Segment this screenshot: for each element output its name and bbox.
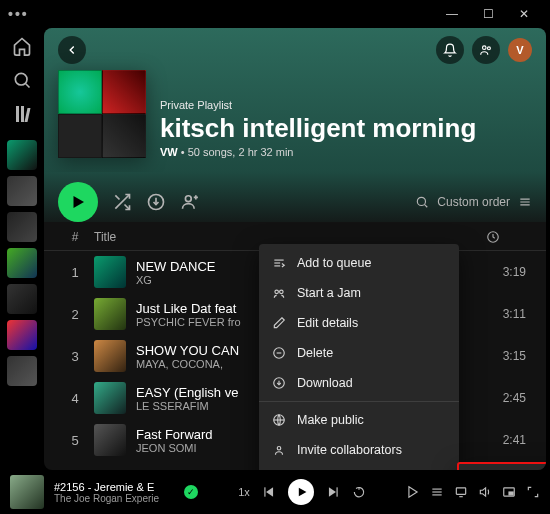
miniplayer-button[interactable] <box>502 485 516 499</box>
search-in-playlist-icon[interactable] <box>415 195 429 209</box>
volume-button[interactable] <box>478 485 492 499</box>
svg-rect-43 <box>509 492 513 495</box>
svg-line-1 <box>26 84 30 88</box>
track-duration: 3:19 <box>486 265 526 279</box>
speed-button[interactable]: 1x <box>238 486 250 498</box>
track-duration: 2:45 <box>486 391 526 405</box>
sidebar-playlist-thumbnails <box>7 140 37 386</box>
playlist-cover[interactable] <box>58 70 146 158</box>
svg-marker-35 <box>409 487 417 498</box>
playlist-owner[interactable]: VW <box>160 146 178 158</box>
sidebar-playlist-thumb[interactable] <box>7 248 37 278</box>
sidebar-playlist-thumb[interactable] <box>7 320 37 350</box>
menu-add-to-queue[interactable]: Add to queue <box>259 248 459 278</box>
clock-icon <box>486 230 500 244</box>
window-minimize-button[interactable]: — <box>434 7 470 21</box>
menu-invite-collaborators[interactable]: Invite collaborators <box>259 435 459 465</box>
invite-collaborators-button[interactable] <box>180 192 200 212</box>
shuffle-button[interactable] <box>112 192 132 212</box>
app-menu-button[interactable]: ••• <box>8 6 29 22</box>
fullscreen-button[interactable] <box>526 485 540 499</box>
window-close-button[interactable]: ✕ <box>506 7 542 21</box>
user-icon <box>271 442 287 458</box>
submenu-copy-link[interactable]: Copy link to playlist <box>458 466 546 470</box>
svg-point-17 <box>280 290 284 294</box>
next-button[interactable] <box>326 485 340 499</box>
added-check-icon[interactable]: ✓ <box>184 485 198 499</box>
svg-rect-39 <box>456 488 465 494</box>
column-index: # <box>64 230 86 244</box>
svg-point-7 <box>418 197 426 205</box>
lyrics-button[interactable] <box>406 485 420 499</box>
now-playing-subtitle[interactable]: The Joe Rogan Experie <box>54 493 174 504</box>
notifications-button[interactable] <box>436 36 464 64</box>
track-art <box>94 298 126 330</box>
playlist-title[interactable]: kitsch intelligent morning <box>160 115 476 142</box>
sidebar-playlist-thumb[interactable] <box>7 284 37 314</box>
svg-rect-34 <box>336 487 337 496</box>
svg-point-2 <box>483 46 487 50</box>
sidebar-playlist-thumb[interactable] <box>7 176 37 206</box>
devices-button[interactable] <box>454 485 468 499</box>
search-icon[interactable] <box>10 68 34 92</box>
now-playing-title[interactable]: #2156 - Jeremie & E <box>54 481 174 493</box>
download-button[interactable] <box>146 192 166 212</box>
sidebar <box>0 28 44 470</box>
minus-circle-icon <box>271 345 287 361</box>
svg-marker-29 <box>266 487 273 496</box>
back-button[interactable] <box>58 36 86 64</box>
column-title[interactable]: Title <box>86 230 336 244</box>
prev-button[interactable] <box>262 485 276 499</box>
share-submenu: Copy link to playlist Embed playlist <box>458 463 546 470</box>
svg-point-3 <box>487 47 490 50</box>
list-view-icon[interactable] <box>518 195 532 209</box>
track-duration: 3:15 <box>486 349 526 363</box>
queue-button[interactable] <box>430 485 444 499</box>
svg-line-8 <box>425 205 428 208</box>
window-titlebar: ••• — ☐ ✕ <box>0 0 550 28</box>
column-duration[interactable] <box>486 230 526 244</box>
svg-rect-30 <box>264 487 265 496</box>
track-duration: 3:11 <box>486 307 526 321</box>
menu-make-public[interactable]: Make public <box>259 405 459 435</box>
library-icon[interactable] <box>10 102 34 126</box>
skip-forward-button[interactable] <box>352 485 366 499</box>
sidebar-playlist-thumb[interactable] <box>7 212 37 242</box>
play-pause-button[interactable] <box>288 479 314 505</box>
svg-point-6 <box>185 196 191 202</box>
sort-order[interactable]: Custom order <box>415 195 532 209</box>
menu-delete[interactable]: Delete <box>259 338 459 368</box>
sidebar-playlist-thumb[interactable] <box>7 140 37 170</box>
menu-download[interactable]: Download <box>259 368 459 398</box>
friends-button[interactable] <box>472 36 500 64</box>
user-avatar[interactable]: V <box>508 38 532 62</box>
globe-icon <box>271 412 287 428</box>
playlist-type-label: Private Playlist <box>160 99 476 111</box>
jam-icon <box>271 285 287 301</box>
svg-marker-41 <box>480 488 485 496</box>
track-duration: 2:41 <box>486 433 526 447</box>
now-playing-bar: #2156 - Jeremie & E The Joe Rogan Experi… <box>0 470 550 514</box>
playlist-header: V Private Playlist kitsch intelligent mo… <box>44 28 546 172</box>
sort-order-label: Custom order <box>437 195 510 209</box>
main-panel: V Private Playlist kitsch intelligent mo… <box>44 28 546 470</box>
context-menu: Add to queue Start a Jam Edit details De… <box>259 244 459 470</box>
track-art <box>94 424 126 456</box>
menu-start-jam[interactable]: Start a Jam <box>259 278 459 308</box>
svg-marker-33 <box>329 487 336 496</box>
play-button[interactable] <box>58 182 98 222</box>
menu-edit-details[interactable]: Edit details <box>259 308 459 338</box>
home-icon[interactable] <box>10 34 34 58</box>
track-art <box>94 340 126 372</box>
pencil-icon <box>271 315 287 331</box>
sidebar-playlist-thumb[interactable] <box>7 356 37 386</box>
download-icon <box>271 375 287 391</box>
track-art <box>94 256 126 288</box>
playlist-meta: VW • 50 songs, 2 hr 32 min <box>160 146 476 158</box>
svg-point-22 <box>277 447 281 451</box>
menu-exclude-taste[interactable]: Exclude from your taste profile <box>259 465 459 470</box>
window-maximize-button[interactable]: ☐ <box>470 7 506 21</box>
now-playing-art[interactable] <box>10 475 44 509</box>
svg-point-0 <box>15 73 27 85</box>
svg-marker-4 <box>74 196 85 208</box>
